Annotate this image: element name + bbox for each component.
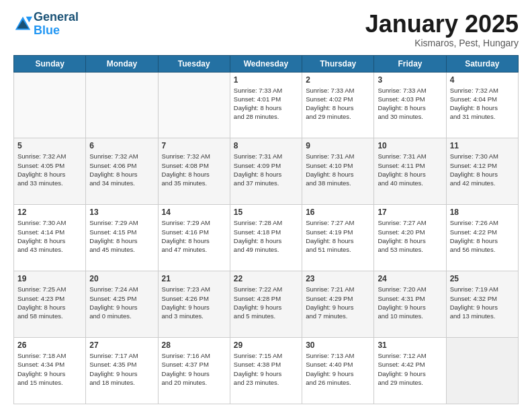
calendar-header-tuesday: Tuesday: [158, 55, 230, 72]
day-info: Sunrise: 7:31 AM Sunset: 4:10 PM Dayligh…: [306, 152, 370, 187]
day-info: Sunrise: 7:15 AM Sunset: 4:38 PM Dayligh…: [234, 351, 298, 387]
calendar-week-row: 12Sunrise: 7:30 AM Sunset: 4:14 PM Dayli…: [14, 205, 519, 271]
day-number: 23: [306, 274, 370, 283]
day-number: 14: [162, 208, 226, 217]
day-info: Sunrise: 7:29 AM Sunset: 4:15 PM Dayligh…: [89, 218, 154, 254]
calendar-cell: 9Sunrise: 7:31 AM Sunset: 4:10 PM Daylig…: [302, 138, 374, 205]
day-number: 18: [450, 208, 515, 217]
day-info: Sunrise: 7:19 AM Sunset: 4:32 PM Dayligh…: [450, 285, 515, 320]
location: Kismaros, Pest, Hungary: [365, 38, 519, 48]
day-info: Sunrise: 7:31 AM Sunset: 4:09 PM Dayligh…: [234, 152, 298, 187]
day-info: Sunrise: 7:20 AM Sunset: 4:31 PM Dayligh…: [378, 285, 442, 320]
calendar-cell: 26Sunrise: 7:18 AM Sunset: 4:34 PM Dayli…: [14, 338, 86, 404]
day-number: 3: [378, 75, 442, 85]
calendar-cell: 27Sunrise: 7:17 AM Sunset: 4:35 PM Dayli…: [86, 338, 158, 404]
calendar-cell: 19Sunrise: 7:25 AM Sunset: 4:23 PM Dayli…: [14, 271, 86, 338]
day-info: Sunrise: 7:24 AM Sunset: 4:25 PM Dayligh…: [89, 285, 154, 320]
day-info: Sunrise: 7:28 AM Sunset: 4:18 PM Dayligh…: [234, 218, 298, 254]
day-number: 29: [234, 340, 298, 350]
day-number: 16: [306, 208, 370, 217]
calendar-cell: 5Sunrise: 7:32 AM Sunset: 4:05 PM Daylig…: [14, 138, 86, 205]
calendar-cell: [86, 72, 158, 138]
day-number: 17: [378, 208, 442, 217]
logo-text-top: General: [34, 11, 79, 24]
day-info: Sunrise: 7:27 AM Sunset: 4:19 PM Dayligh…: [306, 218, 370, 254]
day-info: Sunrise: 7:33 AM Sunset: 4:01 PM Dayligh…: [234, 86, 298, 122]
day-number: 28: [162, 340, 226, 350]
logo: General Blue: [13, 11, 79, 38]
calendar-header-wednesday: Wednesday: [230, 55, 302, 72]
calendar-cell: 7Sunrise: 7:32 AM Sunset: 4:08 PM Daylig…: [158, 138, 230, 205]
calendar-header-monday: Monday: [86, 55, 158, 72]
calendar-cell: 4Sunrise: 7:32 AM Sunset: 4:04 PM Daylig…: [446, 72, 518, 138]
day-number: 26: [17, 340, 82, 350]
calendar-cell: 20Sunrise: 7:24 AM Sunset: 4:25 PM Dayli…: [86, 271, 158, 338]
calendar-header-thursday: Thursday: [302, 55, 374, 72]
day-number: 31: [378, 340, 442, 350]
svg-marker-2: [26, 17, 32, 22]
calendar-week-row: 19Sunrise: 7:25 AM Sunset: 4:23 PM Dayli…: [14, 271, 519, 338]
day-info: Sunrise: 7:30 AM Sunset: 4:14 PM Dayligh…: [17, 218, 82, 254]
calendar-cell: 30Sunrise: 7:13 AM Sunset: 4:40 PM Dayli…: [302, 338, 374, 404]
day-number: 7: [162, 141, 226, 150]
day-number: 30: [306, 340, 370, 350]
header: General Blue January 2025 Kismaros, Pest…: [13, 11, 519, 48]
day-number: 10: [378, 141, 442, 150]
calendar-week-row: 5Sunrise: 7:32 AM Sunset: 4:05 PM Daylig…: [14, 138, 519, 205]
day-info: Sunrise: 7:26 AM Sunset: 4:22 PM Dayligh…: [450, 218, 515, 254]
calendar-cell: 6Sunrise: 7:32 AM Sunset: 4:06 PM Daylig…: [86, 138, 158, 205]
day-info: Sunrise: 7:27 AM Sunset: 4:20 PM Dayligh…: [378, 218, 442, 254]
day-info: Sunrise: 7:23 AM Sunset: 4:26 PM Dayligh…: [162, 285, 226, 320]
day-info: Sunrise: 7:30 AM Sunset: 4:12 PM Dayligh…: [450, 152, 515, 187]
calendar-cell: 24Sunrise: 7:20 AM Sunset: 4:31 PM Dayli…: [374, 271, 446, 338]
calendar-table: SundayMondayTuesdayWednesdayThursdayFrid…: [13, 55, 519, 404]
day-info: Sunrise: 7:32 AM Sunset: 4:06 PM Dayligh…: [89, 152, 154, 187]
day-number: 5: [17, 141, 82, 150]
day-number: 19: [17, 274, 82, 283]
calendar-cell: 29Sunrise: 7:15 AM Sunset: 4:38 PM Dayli…: [230, 338, 302, 404]
day-number: 15: [234, 208, 298, 217]
month-title: January 2025: [365, 11, 519, 38]
calendar-cell: 15Sunrise: 7:28 AM Sunset: 4:18 PM Dayli…: [230, 205, 302, 271]
day-info: Sunrise: 7:17 AM Sunset: 4:35 PM Dayligh…: [89, 351, 154, 387]
calendar-cell: 21Sunrise: 7:23 AM Sunset: 4:26 PM Dayli…: [158, 271, 230, 338]
calendar-cell: [158, 72, 230, 138]
day-number: 24: [378, 274, 442, 283]
calendar-cell: 13Sunrise: 7:29 AM Sunset: 4:15 PM Dayli…: [86, 205, 158, 271]
day-info: Sunrise: 7:32 AM Sunset: 4:04 PM Dayligh…: [450, 86, 515, 122]
calendar-cell: 16Sunrise: 7:27 AM Sunset: 4:19 PM Dayli…: [302, 205, 374, 271]
calendar-cell: 31Sunrise: 7:12 AM Sunset: 4:42 PM Dayli…: [374, 338, 446, 404]
day-info: Sunrise: 7:18 AM Sunset: 4:34 PM Dayligh…: [17, 351, 82, 387]
day-info: Sunrise: 7:32 AM Sunset: 4:08 PM Dayligh…: [162, 152, 226, 187]
day-number: 11: [450, 141, 515, 150]
day-info: Sunrise: 7:16 AM Sunset: 4:37 PM Dayligh…: [162, 351, 226, 387]
day-info: Sunrise: 7:31 AM Sunset: 4:11 PM Dayligh…: [378, 152, 442, 187]
day-info: Sunrise: 7:33 AM Sunset: 4:02 PM Dayligh…: [306, 86, 370, 122]
day-info: Sunrise: 7:22 AM Sunset: 4:28 PM Dayligh…: [234, 285, 298, 320]
logo-icon: [13, 15, 32, 34]
day-number: 27: [89, 340, 154, 350]
calendar-cell: 12Sunrise: 7:30 AM Sunset: 4:14 PM Dayli…: [14, 205, 86, 271]
calendar-header-friday: Friday: [374, 55, 446, 72]
calendar-cell: 8Sunrise: 7:31 AM Sunset: 4:09 PM Daylig…: [230, 138, 302, 205]
day-number: 13: [89, 208, 154, 217]
day-info: Sunrise: 7:12 AM Sunset: 4:42 PM Dayligh…: [378, 351, 442, 387]
day-number: 21: [162, 274, 226, 283]
day-number: 2: [306, 75, 370, 85]
day-number: 6: [89, 141, 154, 150]
title-area: January 2025 Kismaros, Pest, Hungary: [365, 11, 519, 48]
calendar-cell: 11Sunrise: 7:30 AM Sunset: 4:12 PM Dayli…: [446, 138, 518, 205]
day-number: 25: [450, 274, 515, 283]
calendar-cell: [14, 72, 86, 138]
calendar-cell: 2Sunrise: 7:33 AM Sunset: 4:02 PM Daylig…: [302, 72, 374, 138]
calendar-week-row: 1Sunrise: 7:33 AM Sunset: 4:01 PM Daylig…: [14, 72, 519, 138]
calendar-cell: 3Sunrise: 7:33 AM Sunset: 4:03 PM Daylig…: [374, 72, 446, 138]
day-number: 12: [17, 208, 82, 217]
day-number: 4: [450, 75, 515, 85]
calendar-cell: 28Sunrise: 7:16 AM Sunset: 4:37 PM Dayli…: [158, 338, 230, 404]
day-number: 22: [234, 274, 298, 283]
calendar-cell: [446, 338, 518, 404]
calendar-cell: 23Sunrise: 7:21 AM Sunset: 4:29 PM Dayli…: [302, 271, 374, 338]
calendar-cell: 1Sunrise: 7:33 AM Sunset: 4:01 PM Daylig…: [230, 72, 302, 138]
day-info: Sunrise: 7:33 AM Sunset: 4:03 PM Dayligh…: [378, 86, 442, 122]
